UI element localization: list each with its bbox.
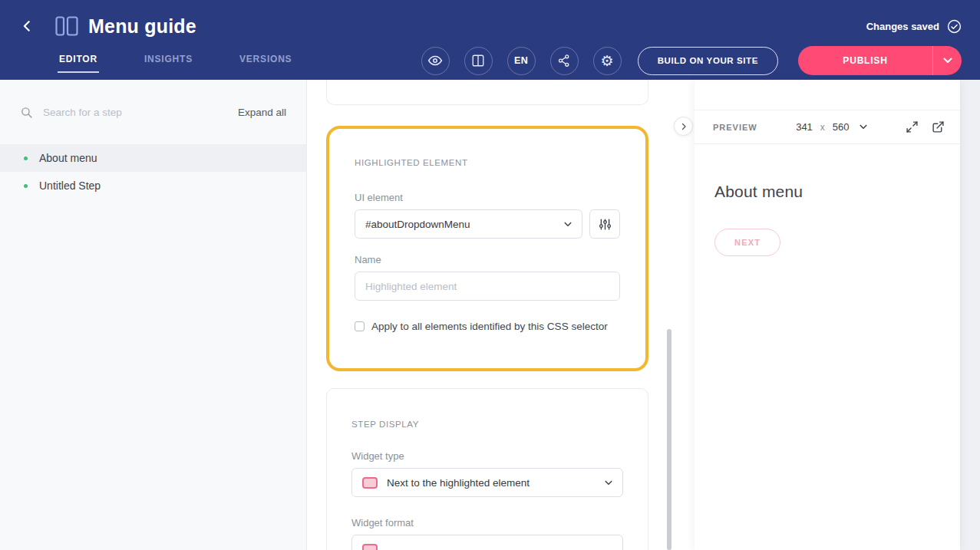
share-icon (557, 54, 571, 68)
preview-body: About menu NEXT (695, 144, 960, 278)
body-row: Expand all About menu Untitled Step HIGH… (0, 80, 980, 550)
tab-versions[interactable]: VERSIONS (238, 49, 293, 73)
search-input[interactable] (41, 106, 238, 119)
tab-insights[interactable]: INSIGHTS (143, 49, 194, 73)
check-circle-icon (947, 19, 962, 34)
chevron-down-icon (943, 58, 952, 64)
step-status-dot (24, 184, 28, 188)
apply-all-label: Apply to all elements identified by this… (371, 321, 608, 332)
language-label: EN (514, 55, 528, 66)
widget-type-value: Next to the highlighted element (387, 477, 596, 489)
app-logo-icon (55, 16, 78, 36)
section-title: HIGHLIGHTED ELEMENT (355, 158, 620, 167)
preview-eye-button[interactable] (421, 47, 450, 75)
step-editor: HIGHLIGHTED ELEMENT UI element #aboutDro… (307, 80, 695, 550)
next-button[interactable]: NEXT (714, 229, 780, 256)
preview-header: PREVIEW 341 x 560 (695, 110, 960, 144)
changes-saved-label: Changes saved (866, 21, 939, 32)
sliders-icon (599, 218, 612, 231)
preview-panel: PREVIEW 341 x 560 (695, 80, 960, 550)
preview-height: 560 (833, 121, 850, 133)
step-label: Untitled Step (39, 179, 101, 192)
external-link-icon (932, 120, 945, 133)
topbar: Menu guide Changes saved EDITOR INSIGHTS… (0, 0, 980, 80)
chevron-down-icon (605, 480, 612, 486)
preview-header-actions (906, 120, 945, 133)
apply-all-row[interactable]: Apply to all elements identified by this… (355, 321, 620, 332)
section-title: STEP DISPLAY (351, 420, 623, 429)
name-label: Name (355, 254, 620, 265)
tab-editor[interactable]: EDITOR (58, 49, 99, 73)
step-display-card: STEP DISPLAY Widget type Next to the hig… (326, 388, 648, 550)
layout-panel-icon (471, 54, 485, 68)
preview-size-separator: x (820, 122, 825, 133)
topbar-tabs-row: EDITOR INSIGHTS VERSIONS EN ⚙ (0, 41, 980, 80)
chevron-down-icon (860, 124, 867, 130)
publish-dropdown-button[interactable] (932, 46, 962, 75)
preview-step-title: About menu (714, 183, 940, 201)
eye-icon (427, 53, 443, 68)
ui-element-select[interactable]: #aboutDropdownMenu (355, 209, 582, 239)
chevron-right-icon (679, 122, 688, 131)
editor-tabs: EDITOR INSIGHTS VERSIONS (58, 41, 293, 80)
expand-all-link[interactable]: Expand all (238, 107, 286, 118)
preview-title: PREVIEW (713, 123, 757, 132)
widget-type-label: Widget type (351, 450, 623, 462)
widget-format-select[interactable] (351, 535, 623, 550)
editor-cards: HIGHLIGHTED ELEMENT UI element #aboutDro… (326, 80, 648, 550)
share-button[interactable] (550, 47, 579, 75)
widget-format-label: Widget format (351, 517, 623, 529)
expand-preview-button[interactable] (906, 120, 919, 133)
back-button[interactable] (20, 18, 37, 35)
collapse-preview-button[interactable] (674, 117, 693, 136)
open-in-new-tab-button[interactable] (932, 120, 945, 133)
settings-button[interactable]: ⚙ (593, 47, 622, 75)
language-button[interactable]: EN (507, 47, 536, 75)
search-icon (20, 106, 33, 119)
step-label: About menu (39, 152, 97, 164)
highlighted-element-card: HIGHLIGHTED ELEMENT UI element #aboutDro… (326, 126, 648, 371)
element-selector-settings-button[interactable] (589, 209, 620, 239)
step-item-about-menu[interactable]: About menu (0, 144, 306, 172)
gear-icon: ⚙ (601, 54, 614, 68)
apply-all-checkbox[interactable] (355, 321, 365, 331)
steps-sidebar: Expand all About menu Untitled Step (0, 80, 307, 550)
step-item-untitled-step[interactable]: Untitled Step (0, 172, 306, 199)
ui-element-label: UI element (355, 192, 620, 203)
preview-size-select[interactable]: 341 x 560 (757, 121, 906, 133)
ui-element-value: #aboutDropdownMenu (365, 219, 564, 230)
chevron-down-icon (564, 222, 572, 227)
steps-list: About menu Untitled Step (0, 144, 306, 199)
publish-split-button: PUBLISH (798, 46, 962, 75)
previous-card-partial (326, 80, 648, 105)
layout-button[interactable] (464, 47, 493, 75)
element-name-input[interactable] (355, 272, 620, 301)
ui-element-row: #aboutDropdownMenu (355, 209, 620, 239)
sidebar-search-row: Expand all (0, 80, 306, 144)
header-actions: EN ⚙ BUILD ON YOUR SITE PUBLISH (421, 46, 962, 75)
publish-button[interactable]: PUBLISH (798, 46, 932, 75)
changes-saved-status: Changes saved (866, 19, 962, 34)
editor-scrollbar[interactable] (667, 329, 671, 550)
preview-width: 341 (796, 121, 813, 133)
widget-tooltip-icon (362, 544, 378, 550)
page-title: Menu guide (88, 15, 196, 38)
widget-type-select[interactable]: Next to the highlighted element (351, 468, 623, 497)
step-status-dot (24, 156, 28, 160)
preview-region: PREVIEW 341 x 560 (695, 80, 980, 550)
app: Menu guide Changes saved EDITOR INSIGHTS… (0, 0, 980, 550)
maximize-icon (906, 120, 919, 133)
widget-tooltip-icon (362, 477, 378, 489)
topbar-title-row: Menu guide Changes saved (0, 0, 980, 41)
chevron-left-icon (20, 18, 35, 34)
build-on-your-site-button[interactable]: BUILD ON YOUR SITE (638, 47, 778, 75)
